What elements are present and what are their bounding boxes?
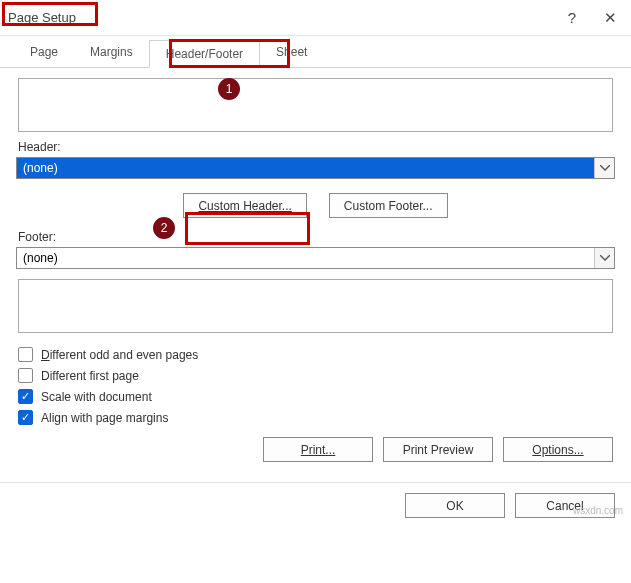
print-preview-button[interactable]: Print Preview: [383, 437, 493, 462]
scale-doc-row[interactable]: ✓ Scale with document: [18, 389, 613, 404]
print-button[interactable]: Print...: [263, 437, 373, 462]
custom-header-button[interactable]: Custom Header...: [183, 193, 306, 218]
checkbox-unchecked-icon[interactable]: [18, 368, 33, 383]
chevron-down-icon: [594, 248, 614, 268]
header-select-value: (none): [17, 161, 594, 175]
checkbox-checked-icon[interactable]: ✓: [18, 389, 33, 404]
options-button[interactable]: Options...: [503, 437, 613, 462]
checkbox-unchecked-icon[interactable]: [18, 347, 33, 362]
help-icon[interactable]: ?: [568, 9, 576, 27]
tab-sheet[interactable]: Sheet: [260, 39, 323, 67]
chevron-down-icon: [594, 158, 614, 178]
footer-select-value: (none): [17, 251, 594, 265]
custom-buttons-row: Custom Header... Custom Footer...: [16, 179, 615, 228]
diff-first-label: Different first page: [41, 369, 139, 383]
checkbox-group: Different odd and even pages Different f…: [16, 341, 615, 431]
diff-odd-even-label: Different odd and even pages: [41, 348, 198, 362]
dialog-title: Page Setup: [8, 10, 76, 25]
align-margins-row[interactable]: ✓ Align with page margins: [18, 410, 613, 425]
header-preview: [18, 78, 613, 132]
tabstrip: Page Margins Header/Footer Sheet: [0, 36, 631, 68]
ok-button[interactable]: OK: [405, 493, 505, 518]
diff-first-row[interactable]: Different first page: [18, 368, 613, 383]
close-icon[interactable]: ✕: [604, 9, 617, 27]
footer-preview: [18, 279, 613, 333]
diff-odd-even-row[interactable]: Different odd and even pages: [18, 347, 613, 362]
align-margins-label: Align with page margins: [41, 411, 168, 425]
footer-select[interactable]: (none): [16, 247, 615, 269]
action-buttons-row: Print... Print Preview Options...: [16, 431, 615, 466]
tab-page[interactable]: Page: [14, 39, 74, 67]
tab-margins[interactable]: Margins: [74, 39, 149, 67]
tab-header-footer[interactable]: Header/Footer: [149, 40, 260, 68]
watermark: wsxdn.com: [573, 505, 623, 516]
footer-label: Footer:: [18, 230, 613, 244]
checkbox-checked-icon[interactable]: ✓: [18, 410, 33, 425]
header-select[interactable]: (none): [16, 157, 615, 179]
dialog-body: Header: (none) Custom Header... Custom F…: [0, 68, 631, 474]
header-label: Header:: [18, 140, 613, 154]
titlebar: Page Setup ? ✕: [0, 0, 631, 36]
dialog-footer: OK Cancel: [0, 482, 631, 528]
scale-doc-label: Scale with document: [41, 390, 152, 404]
title-controls: ? ✕: [568, 9, 623, 27]
custom-footer-button[interactable]: Custom Footer...: [329, 193, 448, 218]
